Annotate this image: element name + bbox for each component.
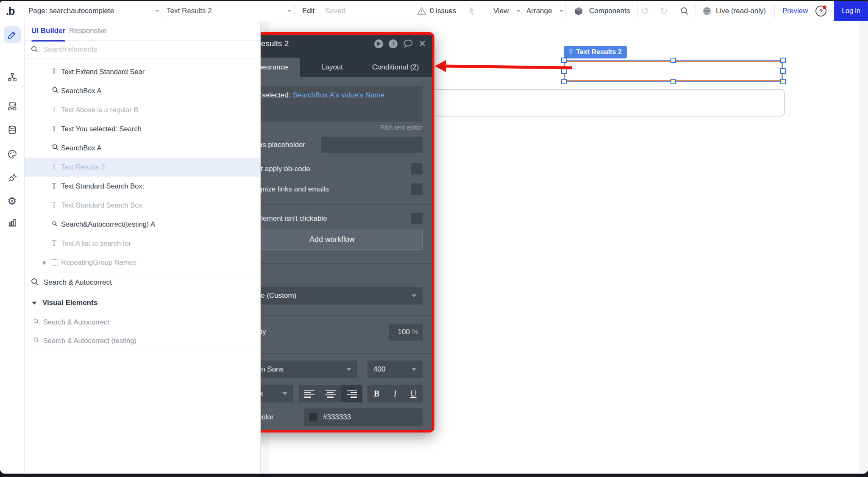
warning-icon — [417, 7, 426, 15]
resize-handle-n[interactable] — [670, 58, 676, 63]
search-elements-input[interactable] — [43, 45, 213, 54]
resize-handle-e[interactable] — [780, 68, 786, 74]
edit-mode-button[interactable]: Edit — [302, 1, 314, 21]
tree-item[interactable]: TText Extend Standard Sear — [25, 62, 260, 81]
element-selector[interactable]: Text Results 2 — [167, 1, 212, 21]
tree-item[interactable]: SearchBox A — [25, 81, 260, 100]
clickable-checkbox[interactable] — [411, 213, 423, 224]
recognize-links-checkbox[interactable] — [411, 183, 423, 195]
align-left-icon — [304, 390, 314, 398]
tree-item-section[interactable]: Search & Autocorrect — [25, 272, 260, 293]
pencil-icon — [7, 30, 17, 40]
resize-handle-se[interactable] — [780, 79, 786, 84]
tree-item[interactable]: TText Standard Search Box — [25, 196, 260, 215]
element-search-row — [25, 41, 260, 58]
bold-button[interactable]: B — [367, 385, 386, 402]
plugins-tab-icon[interactable] — [4, 169, 21, 186]
caret-right-icon[interactable] — [43, 261, 46, 265]
components-button[interactable]: Components — [589, 1, 630, 21]
divider — [232, 315, 432, 316]
align-left-button[interactable] — [299, 385, 320, 402]
tree-item[interactable]: SearchBox A — [25, 139, 260, 158]
top-toolbar: .b Page: searchautocomplete Text Results… — [0, 1, 868, 21]
tree-item[interactable]: Search & Autocorrect — [25, 313, 260, 331]
tree-item[interactable]: TText A list to search for — [25, 234, 260, 253]
styles-tab-icon[interactable] — [4, 146, 21, 163]
tree-item[interactable]: Search&Autocorrect(testing) A — [25, 215, 260, 234]
divider — [232, 353, 432, 354]
bbcode-checkbox[interactable] — [411, 163, 423, 175]
cursor-tool-icon[interactable] — [468, 6, 476, 17]
environment-label[interactable]: Live (read-only) — [716, 1, 766, 21]
opacity-input[interactable]: 100 % — [389, 324, 423, 341]
page-selector[interactable]: Page: searchautocomplete — [28, 1, 114, 21]
resize-handle-s[interactable] — [670, 79, 676, 84]
color-swatch[interactable] — [309, 413, 317, 422]
element-border — [565, 61, 782, 81]
visual-elements-header[interactable]: Visual Elements — [25, 293, 260, 313]
search-icon[interactable] — [680, 6, 689, 16]
resize-handle-sw[interactable] — [561, 79, 567, 84]
tab-ui-builder[interactable]: UI Builder — [31, 21, 65, 41]
view-menu[interactable]: View — [493, 1, 509, 21]
workflow-tab-icon[interactable] — [4, 69, 21, 86]
login-button[interactable]: Log in — [834, 1, 868, 21]
add-workflow-button[interactable]: Add workflow — [242, 229, 423, 250]
tree-item-group[interactable]: RepeatingGroup Names — [25, 253, 260, 272]
close-icon[interactable]: ✕ — [419, 39, 426, 48]
font-color-input[interactable]: #333333 — [304, 408, 423, 426]
settings-tab-icon[interactable]: ⚙ — [4, 192, 21, 209]
tree-item[interactable]: TText Standard Search Box: — [25, 177, 260, 196]
canvas-placeholder-row: Canvas placeholder — [242, 137, 423, 153]
dynamic-expression-link[interactable]: SearchBox A's value's Name — [292, 91, 384, 99]
divider — [25, 350, 260, 350]
text-icon: T — [52, 239, 61, 248]
comment-icon[interactable] — [403, 39, 413, 48]
run-icon[interactable] — [374, 39, 383, 48]
tab-conditional[interactable]: Conditional (2) — [364, 58, 427, 77]
help-icon[interactable]: ? — [815, 6, 826, 17]
tab-layout[interactable]: Layout — [301, 58, 364, 77]
undo-icon[interactable]: ↺ — [641, 1, 649, 21]
ui-builder-tab-icon[interactable] — [4, 26, 21, 43]
arrange-menu[interactable]: Arrange — [526, 1, 552, 21]
search-icon — [52, 220, 61, 228]
italic-button[interactable]: I — [386, 385, 404, 402]
canvas-placeholder-input[interactable] — [321, 137, 423, 153]
data-tab-icon[interactable] — [4, 122, 21, 139]
tree-item-selected[interactable]: TText Results 2 — [25, 158, 260, 177]
tab-responsive[interactable]: Responsive — [69, 21, 107, 41]
search-icon — [31, 45, 39, 53]
logs-tab-icon[interactable] — [4, 214, 21, 231]
search-icon — [31, 277, 39, 288]
layout-tab-icon[interactable] — [4, 98, 21, 115]
chevron-down-icon — [287, 10, 292, 12]
selected-text-element[interactable] — [564, 60, 783, 82]
chevron-down-icon — [282, 392, 287, 395]
align-center-button[interactable] — [320, 385, 341, 402]
element-tree: TText Extend Standard Sear SearchBox A T… — [25, 62, 260, 350]
font-weight-dropdown[interactable]: 400 — [367, 361, 423, 378]
text-icon: T — [52, 182, 61, 191]
opacity-unit: % — [412, 328, 418, 336]
tree-item[interactable]: Search & Autocorrect (testing) — [25, 331, 260, 350]
canvas-scrollbar[interactable] — [859, 21, 868, 474]
issues-count[interactable]: 0 issues — [430, 1, 456, 21]
left-icon-rail: ⚙ — [0, 21, 25, 474]
property-editor-header[interactable]: Text Results 2 i ✕ — [232, 35, 432, 53]
resize-handle-ne[interactable] — [780, 58, 786, 63]
chevron-down-icon — [559, 10, 564, 12]
info-icon[interactable]: i — [389, 39, 398, 48]
tree-item[interactable]: TText You selected: Search — [25, 119, 260, 139]
text-content-editor[interactable]: You selected: SearchBox A's value's Name — [242, 86, 423, 122]
text-icon: T — [52, 125, 61, 133]
redo-icon[interactable]: ↻ — [659, 1, 668, 21]
property-editor-body: You selected: SearchBox A's value's Name… — [232, 77, 432, 430]
chevron-down-icon — [412, 294, 417, 297]
underline-button[interactable]: U — [404, 385, 423, 402]
tree-item[interactable]: TText Above is a regular B — [25, 100, 260, 119]
align-right-button[interactable] — [341, 385, 362, 402]
preview-button[interactable]: Preview — [782, 1, 808, 21]
rich-text-editor-link[interactable]: Rich text editor — [242, 124, 423, 131]
style-dropdown[interactable]: None (Custom) — [242, 287, 423, 305]
